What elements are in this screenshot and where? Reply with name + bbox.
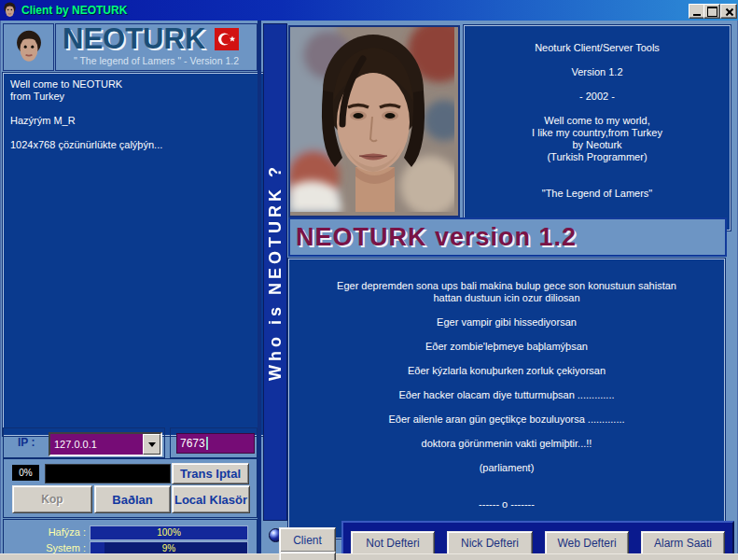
info-line [465, 163, 730, 175]
info-line: - 2002 - [465, 91, 730, 103]
info-line: Neoturk Client/Server Tools [465, 42, 730, 54]
version-banner: NEOTURK version 1.2 [288, 217, 727, 257]
message-line: Eðer kýzlarla konuþurken zorluk çekiyors… [289, 365, 724, 377]
welcome-line: 1024x768 çözünürlükte çalýþýn... [10, 139, 263, 151]
info-line [465, 78, 730, 91]
window-title: Client by NEOTURK [21, 4, 127, 17]
maximize-icon [707, 7, 717, 17]
info-box: Neoturk Client/Server Tools Version 1.2 … [464, 25, 731, 231]
welcome-line [10, 127, 263, 139]
welcome-line: Hazýrým M_R [10, 115, 263, 127]
trans-iptal-button[interactable]: Trans Iptal [172, 463, 249, 484]
memory-value: 100% [91, 526, 247, 539]
web-defteri-button[interactable]: Web Defteri [545, 531, 629, 555]
ip-dropdown-button[interactable] [143, 434, 160, 455]
message-line [289, 450, 724, 462]
vertical-banner-text: Who is NEOTURK ? [266, 163, 285, 381]
avatar-face-icon [14, 30, 44, 65]
port-input[interactable]: 7673 [176, 433, 255, 454]
text-caret [206, 437, 208, 450]
info-line [465, 175, 730, 188]
info-line: Version 1.2 [465, 66, 730, 78]
transfer-progress-label: 0% [12, 465, 39, 481]
info-line: "The Legend of Lamers" [465, 188, 730, 200]
avatar [3, 23, 54, 71]
partial-button[interactable] [279, 552, 336, 560]
message-line [289, 474, 724, 486]
portrait-photo [288, 25, 460, 217]
client-button[interactable]: Client [279, 527, 336, 553]
message-line [289, 304, 724, 316]
info-line: by Neoturk [465, 139, 730, 151]
ip-panel: IP : 127.0.0.1 [3, 427, 165, 458]
welcome-line [10, 103, 263, 115]
logo-box: NEOTURK " The legend of Lamers " - Versi… [55, 23, 258, 71]
ip-combobox[interactable]: 127.0.0.1 [49, 432, 162, 456]
welcome-box: Well come to NEOTURK from Turkey Hazýrým… [3, 73, 271, 436]
message-line: hattan dustuun icin ozur diliosan [289, 292, 724, 304]
message-line [289, 329, 724, 341]
logo-subtitle: " The legend of Lamers " - Version 1.2 [56, 55, 257, 66]
vertical-banner: Who is NEOTURK ? [263, 23, 287, 521]
not-defteri-button[interactable]: Not Defteri [351, 531, 435, 555]
info-line: Well come to my world, [465, 115, 730, 127]
message-line: Eðer hacker olacam diye tutturmuþsan ...… [289, 389, 724, 401]
woman-portrait-image [290, 27, 454, 212]
message-line: Eger depremden sona ups bali makina bulu… [289, 280, 724, 292]
baglan-button[interactable]: Baðlan [94, 485, 171, 513]
titlebar[interactable]: Client by NEOTURK [0, 0, 738, 21]
alarm-saati-button[interactable]: Alarm Saati [641, 531, 725, 555]
version-banner-text: NEOTURK version 1.2 [290, 223, 577, 252]
port-value: 7673 [180, 437, 205, 450]
minimize-icon [693, 14, 701, 16]
info-line: (Turkish Programmer) [465, 151, 730, 163]
memory-bar: 100% [90, 525, 248, 540]
message-line: Eðer zombie'leþmeye baþlamýþsan [289, 341, 724, 353]
message-line: (parliament) [289, 462, 724, 474]
memory-label: Hafýza : [30, 526, 86, 538]
message-line: ------ o ------- [289, 498, 724, 511]
close-icon [725, 7, 733, 16]
local-klasor-button[interactable]: Local Klasör [172, 485, 250, 513]
message-line: Eðer ailenle aran gün geçtikçe bozuluyor… [289, 413, 724, 426]
message-line: Eger vampir gibi hissediyorsan [289, 316, 724, 329]
close-button[interactable] [720, 4, 737, 19]
system-label: System : [30, 542, 86, 553]
column-divider [258, 21, 261, 560]
welcome-line: from Turkey [10, 91, 263, 103]
kop-button[interactable]: Kop [12, 485, 92, 513]
message-box: Eger depremden sona ups bali makina bulu… [288, 259, 725, 539]
ip-label: IP : [18, 436, 35, 449]
transfer-panel: 0% Trans Iptal Kop Baðlan Local Klasör [3, 458, 258, 518]
nick-defteri-button[interactable]: Nick Defteri [447, 531, 533, 555]
message-line [289, 353, 724, 365]
turkish-flag-icon [215, 28, 239, 50]
info-line [465, 54, 730, 66]
message-line [289, 426, 724, 438]
info-line [465, 103, 730, 115]
port-panel: 7673 [170, 427, 258, 458]
message-line [289, 486, 724, 498]
maximize-button[interactable] [703, 4, 720, 19]
ip-value: 127.0.0.1 [50, 434, 143, 455]
transfer-progress-bar [45, 464, 171, 483]
app-window: Client by NEOTURK NEOTURK " The legend o… [0, 0, 738, 560]
message-line [289, 401, 724, 413]
logo-title: NEOTURK [63, 22, 205, 56]
info-line: I like my country,from Turkey [465, 127, 730, 139]
message-line [289, 377, 724, 389]
app-face-icon [3, 2, 17, 19]
message-line: doktora görünmenin vakti gelmiþtir...!! [289, 438, 724, 450]
welcome-line: Well come to NEOTURK [10, 78, 263, 91]
chevron-down-icon [148, 442, 156, 451]
background-window-edge [0, 553, 738, 560]
